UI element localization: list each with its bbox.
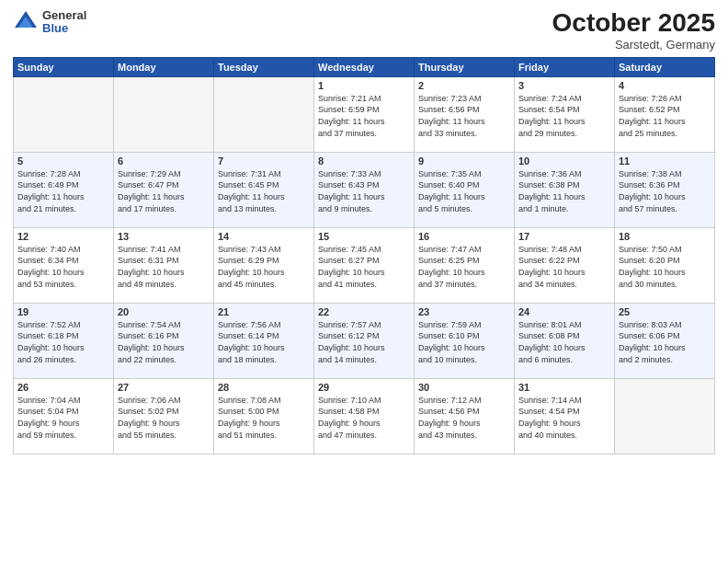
table-row: 21Sunrise: 7:56 AM Sunset: 6:14 PM Dayli… <box>214 303 314 378</box>
table-row: 13Sunrise: 7:41 AM Sunset: 6:31 PM Dayli… <box>114 227 214 303</box>
day-info: Sunrise: 7:29 AM Sunset: 6:47 PM Dayligh… <box>118 168 210 214</box>
day-number: 17 <box>518 231 610 242</box>
day-info: Sunrise: 7:56 AM Sunset: 6:14 PM Dayligh… <box>218 319 310 365</box>
day-number: 2 <box>418 80 510 91</box>
col-tuesday: Tuesday <box>214 57 314 76</box>
day-number: 20 <box>118 306 210 317</box>
day-number: 10 <box>518 155 610 167</box>
location-subtitle: Sarstedt, Germany <box>552 38 715 52</box>
day-info: Sunrise: 7:04 AM Sunset: 5:04 PM Dayligh… <box>17 395 109 441</box>
table-row: 3Sunrise: 7:24 AM Sunset: 6:54 PM Daylig… <box>515 76 615 152</box>
logo-general-text: General <box>42 9 86 22</box>
page-container: General Blue October 2025 Sarstedt, Germ… <box>0 0 728 563</box>
table-row: 11Sunrise: 7:38 AM Sunset: 6:36 PM Dayli… <box>615 152 715 227</box>
day-number: 15 <box>318 231 410 242</box>
calendar-week-row: 26Sunrise: 7:04 AM Sunset: 5:04 PM Dayli… <box>14 378 715 454</box>
day-info: Sunrise: 8:03 AM Sunset: 6:06 PM Dayligh… <box>619 319 711 365</box>
day-number: 30 <box>418 382 510 393</box>
day-info: Sunrise: 7:24 AM Sunset: 6:54 PM Dayligh… <box>518 93 610 139</box>
day-number: 12 <box>17 231 109 242</box>
calendar-week-row: 1Sunrise: 7:21 AM Sunset: 6:59 PM Daylig… <box>14 76 715 152</box>
day-info: Sunrise: 7:40 AM Sunset: 6:34 PM Dayligh… <box>17 244 109 290</box>
day-info: Sunrise: 7:14 AM Sunset: 4:54 PM Dayligh… <box>518 395 610 441</box>
day-number: 1 <box>318 80 410 91</box>
day-number: 29 <box>318 382 410 393</box>
col-sunday: Sunday <box>14 57 114 76</box>
table-row: 17Sunrise: 7:48 AM Sunset: 6:22 PM Dayli… <box>515 227 615 303</box>
calendar-table: Sunday Monday Tuesday Wednesday Thursday… <box>13 57 715 454</box>
day-info: Sunrise: 7:12 AM Sunset: 4:56 PM Dayligh… <box>418 395 510 441</box>
day-number: 27 <box>118 382 210 393</box>
table-row: 19Sunrise: 7:52 AM Sunset: 6:18 PM Dayli… <box>14 303 114 378</box>
table-row: 12Sunrise: 7:40 AM Sunset: 6:34 PM Dayli… <box>14 227 114 303</box>
table-row: 29Sunrise: 7:10 AM Sunset: 4:58 PM Dayli… <box>314 378 415 454</box>
day-info: Sunrise: 7:06 AM Sunset: 5:02 PM Dayligh… <box>118 395 210 441</box>
day-info: Sunrise: 7:54 AM Sunset: 6:16 PM Dayligh… <box>118 319 210 365</box>
table-row: 1Sunrise: 7:21 AM Sunset: 6:59 PM Daylig… <box>314 76 415 152</box>
table-row: 9Sunrise: 7:35 AM Sunset: 6:40 PM Daylig… <box>415 152 515 227</box>
logo: General Blue <box>13 9 86 36</box>
day-number: 9 <box>418 155 510 167</box>
table-row: 30Sunrise: 7:12 AM Sunset: 4:56 PM Dayli… <box>415 378 515 454</box>
table-row: 8Sunrise: 7:33 AM Sunset: 6:43 PM Daylig… <box>314 152 415 227</box>
day-number: 3 <box>518 80 610 91</box>
col-friday: Friday <box>515 57 615 76</box>
table-row: 26Sunrise: 7:04 AM Sunset: 5:04 PM Dayli… <box>14 378 114 454</box>
day-number: 5 <box>17 155 109 167</box>
table-row: 14Sunrise: 7:43 AM Sunset: 6:29 PM Dayli… <box>214 227 314 303</box>
title-block: October 2025 Sarstedt, Germany <box>552 9 715 52</box>
day-info: Sunrise: 7:38 AM Sunset: 6:36 PM Dayligh… <box>619 168 711 214</box>
day-info: Sunrise: 7:10 AM Sunset: 4:58 PM Dayligh… <box>318 395 410 441</box>
day-info: Sunrise: 7:45 AM Sunset: 6:27 PM Dayligh… <box>318 244 410 290</box>
day-info: Sunrise: 7:21 AM Sunset: 6:59 PM Dayligh… <box>318 93 410 139</box>
day-info: Sunrise: 7:43 AM Sunset: 6:29 PM Dayligh… <box>218 244 310 290</box>
table-row <box>14 76 114 152</box>
table-row <box>114 76 214 152</box>
day-info: Sunrise: 7:48 AM Sunset: 6:22 PM Dayligh… <box>518 244 610 290</box>
day-info: Sunrise: 7:31 AM Sunset: 6:45 PM Dayligh… <box>218 168 310 214</box>
day-number: 8 <box>318 155 410 167</box>
day-number: 19 <box>17 306 109 317</box>
day-number: 11 <box>619 155 711 167</box>
table-row: 16Sunrise: 7:47 AM Sunset: 6:25 PM Dayli… <box>415 227 515 303</box>
table-row: 10Sunrise: 7:36 AM Sunset: 6:38 PM Dayli… <box>515 152 615 227</box>
table-row: 31Sunrise: 7:14 AM Sunset: 4:54 PM Dayli… <box>515 378 615 454</box>
table-row: 7Sunrise: 7:31 AM Sunset: 6:45 PM Daylig… <box>214 152 314 227</box>
day-info: Sunrise: 7:36 AM Sunset: 6:38 PM Dayligh… <box>518 168 610 214</box>
day-number: 31 <box>518 382 610 393</box>
calendar-week-row: 19Sunrise: 7:52 AM Sunset: 6:18 PM Dayli… <box>14 303 715 378</box>
header: General Blue October 2025 Sarstedt, Germ… <box>13 9 715 52</box>
table-row: 18Sunrise: 7:50 AM Sunset: 6:20 PM Dayli… <box>615 227 715 303</box>
table-row: 28Sunrise: 7:08 AM Sunset: 5:00 PM Dayli… <box>214 378 314 454</box>
day-info: Sunrise: 7:28 AM Sunset: 6:49 PM Dayligh… <box>17 168 109 214</box>
day-info: Sunrise: 7:35 AM Sunset: 6:40 PM Dayligh… <box>418 168 510 214</box>
logo-text: General Blue <box>42 9 86 36</box>
day-number: 13 <box>118 231 210 242</box>
day-number: 14 <box>218 231 310 242</box>
table-row: 5Sunrise: 7:28 AM Sunset: 6:49 PM Daylig… <box>14 152 114 227</box>
calendar-week-row: 5Sunrise: 7:28 AM Sunset: 6:49 PM Daylig… <box>14 152 715 227</box>
table-row: 23Sunrise: 7:59 AM Sunset: 6:10 PM Dayli… <box>415 303 515 378</box>
day-info: Sunrise: 7:23 AM Sunset: 6:56 PM Dayligh… <box>418 93 510 139</box>
day-number: 21 <box>218 306 310 317</box>
day-info: Sunrise: 7:41 AM Sunset: 6:31 PM Dayligh… <box>118 244 210 290</box>
day-number: 22 <box>318 306 410 317</box>
table-row: 22Sunrise: 7:57 AM Sunset: 6:12 PM Dayli… <box>314 303 415 378</box>
logo-blue-text: Blue <box>42 22 86 35</box>
month-title: October 2025 <box>552 9 715 38</box>
table-row: 20Sunrise: 7:54 AM Sunset: 6:16 PM Dayli… <box>114 303 214 378</box>
calendar-header-row: Sunday Monday Tuesday Wednesday Thursday… <box>14 57 715 76</box>
day-number: 6 <box>118 155 210 167</box>
day-info: Sunrise: 7:52 AM Sunset: 6:18 PM Dayligh… <box>17 319 109 365</box>
table-row: 25Sunrise: 8:03 AM Sunset: 6:06 PM Dayli… <box>615 303 715 378</box>
day-number: 26 <box>17 382 109 393</box>
col-saturday: Saturday <box>615 57 715 76</box>
day-number: 18 <box>619 231 711 242</box>
day-info: Sunrise: 7:59 AM Sunset: 6:10 PM Dayligh… <box>418 319 510 365</box>
table-row: 4Sunrise: 7:26 AM Sunset: 6:52 PM Daylig… <box>615 76 715 152</box>
day-number: 24 <box>518 306 610 317</box>
table-row: 27Sunrise: 7:06 AM Sunset: 5:02 PM Dayli… <box>114 378 214 454</box>
day-info: Sunrise: 7:50 AM Sunset: 6:20 PM Dayligh… <box>619 244 711 290</box>
day-number: 28 <box>218 382 310 393</box>
table-row: 24Sunrise: 8:01 AM Sunset: 6:08 PM Dayli… <box>515 303 615 378</box>
